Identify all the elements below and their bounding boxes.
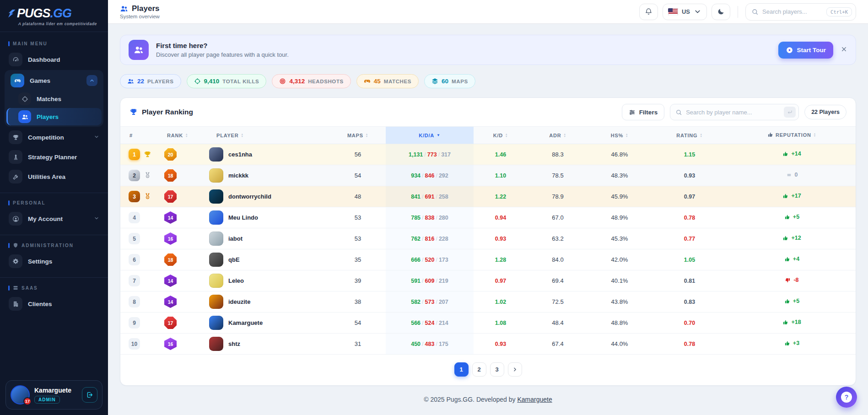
help-button[interactable]: ? [836,387,857,408]
rating-value: 0.83 [651,291,728,313]
avatar [209,168,223,183]
sidebar-item-strategy-planner[interactable]: Strategy Planner [5,148,103,166]
reputation-value: +4 [728,249,856,270]
rating-value: 0.78 [651,334,728,355]
user-avatar: 17 [11,385,30,404]
sidebar-item-matches[interactable]: Matches [6,90,102,108]
player-name[interactable]: ces1nha [228,151,252,158]
position-badge: 5 [129,233,140,244]
moon-icon [717,8,725,16]
player-name[interactable]: shtz [228,340,240,347]
global-search-input[interactable] [762,8,823,15]
avatar [209,147,223,162]
player-count-badge: 22 Players [804,105,846,119]
chevron-up-icon[interactable] [86,75,97,86]
global-search[interactable]: Ctrl+K [745,3,856,21]
player-name[interactable]: Kamarguete [228,319,263,326]
target-icon [279,78,286,85]
table-row[interactable]: 7 14 Leleo 39 591/609/219 0.97 69.4 40.1… [120,270,856,291]
player-name[interactable]: iabot [228,235,243,242]
footer-link[interactable]: Kamarguete [517,396,552,403]
crosshair-icon [194,78,201,85]
page-1-button[interactable]: 1 [454,362,469,377]
stat-players: 22PLAYERS [120,74,181,88]
chevron-down-icon [94,216,99,222]
users-icon [18,110,31,123]
crosshair-icon [18,92,31,105]
sidebar-item-settings[interactable]: Settings [5,252,103,270]
thumb-up-icon [782,319,788,325]
banner-subtitle: Discover all player page features with a… [156,51,289,58]
table-row[interactable]: 1 20 ces1nha 56 1,131/773/317 1.46 88.3 … [120,144,856,165]
play-icon [786,46,793,54]
logout-button[interactable] [82,387,97,403]
sidebar-nav: MAIN MENU Dashboard Games Matches Player… [0,32,108,376]
rank-badge: 17 [164,190,177,203]
player-name[interactable]: qbE [228,256,240,263]
hs-value: 44.0% [588,334,651,355]
stat-maps: 60MAPS [424,74,475,88]
logo[interactable]: PUGS.GG A plataforma líder em competitiv… [0,0,108,32]
player-search-input[interactable] [686,109,780,116]
close-icon[interactable] [841,46,847,54]
sidebar-item-competition[interactable]: Competition [5,128,103,146]
col-maps[interactable]: MAPS ▲▼ [330,127,386,144]
user-card[interactable]: 17 Kamarguete ADMIN [5,380,102,410]
table-row[interactable]: 8 14 ideuzite 38 582/573/207 1.02 72.5 4… [120,291,856,313]
adr-value: 69.4 [528,270,588,291]
col-rank[interactable]: RANK ▲▼ [158,127,207,144]
dark-mode-toggle[interactable] [712,4,730,20]
page-3-button[interactable]: 3 [490,362,504,377]
adr-value: 48.4 [528,313,588,334]
sidebar-item-utilities-area[interactable]: Utilities Area [5,167,103,186]
col-player[interactable]: PLAYER ▲▼ [207,127,330,144]
player-name[interactable]: Meu Lindo [228,214,258,221]
avatar [209,316,223,330]
player-name[interactable]: mickkk [228,172,248,179]
hs-value: 43.8% [588,291,651,313]
locale-dropdown[interactable]: US [663,4,707,20]
col-reputation[interactable]: REPUTATION ▲▼ [728,127,856,144]
search-icon [675,109,682,116]
col-hs[interactable]: HS% ▲▼ [588,127,651,144]
col-k-d-a[interactable]: K/D/A ▼ [386,127,474,144]
filters-button[interactable]: Filters [622,104,665,120]
kda-value: 934/846/292 [386,165,474,186]
rating-value: 1.05 [651,249,728,270]
table-row[interactable]: 4 14 Meu Lindo 53 785/838/280 0.94 67.0 … [120,207,856,228]
rank-badge: 14 [164,275,177,287]
maps-value: 54 [330,165,386,186]
sidebar-item-games[interactable]: Games [6,71,102,90]
sidebar-item-clientes[interactable]: Clientes [5,295,103,313]
player-name[interactable]: Leleo [228,277,244,284]
table-row[interactable]: 10 16 shtz 31 450/483/175 0.93 67.4 44.0… [120,334,856,355]
table-row[interactable]: 3 17 dontworrychild 48 841/691/258 1.22 … [120,186,856,207]
player-search[interactable] [670,104,799,120]
rating-value: 0.93 [651,165,728,186]
next-page-button[interactable] [508,362,522,377]
sidebar-item-my-account[interactable]: My Account [5,210,103,228]
table-row[interactable]: 5 16 iabot 53 762/816/228 0.93 63.2 45.3… [120,228,856,249]
thumb-up-icon [784,256,790,262]
start-tour-button[interactable]: Start Tour [778,42,834,59]
rank-badge: 17 [164,317,177,329]
sidebar-item-players[interactable]: Players [6,108,102,125]
logo-tagline: A plataforma líder em competitividade [8,22,100,26]
col-rating[interactable]: RATING ▲▼ [651,127,728,144]
notifications-button[interactable] [639,4,658,20]
kd-value: 1.10 [474,165,528,186]
col-adr[interactable]: ADR ▲▼ [528,127,588,144]
table-row[interactable]: 9 17 Kamarguete 54 566/524/214 1.08 48.4… [120,313,856,334]
player-name[interactable]: ideuzite [228,298,250,305]
sidebar-item-dashboard[interactable]: Dashboard [5,50,103,69]
page-2-button[interactable]: 2 [472,362,486,377]
thumb-up-icon [784,340,790,346]
hs-value: 48.3% [588,165,651,186]
player-name[interactable]: dontworrychild [228,193,271,200]
table-row[interactable]: 6 18 qbE 35 666/520/173 1.28 84.0 42.0% … [120,249,856,270]
table-row[interactable]: 2 18 mickkk 54 934/846/292 1.10 78.5 48.… [120,165,856,186]
kd-value: 1.22 [474,186,528,207]
col-k-d[interactable]: K/D ▲▼ [474,127,528,144]
sidebar: PUGS.GG A plataforma líder em competitiv… [0,0,108,415]
banner-title: First time here? [156,42,289,49]
